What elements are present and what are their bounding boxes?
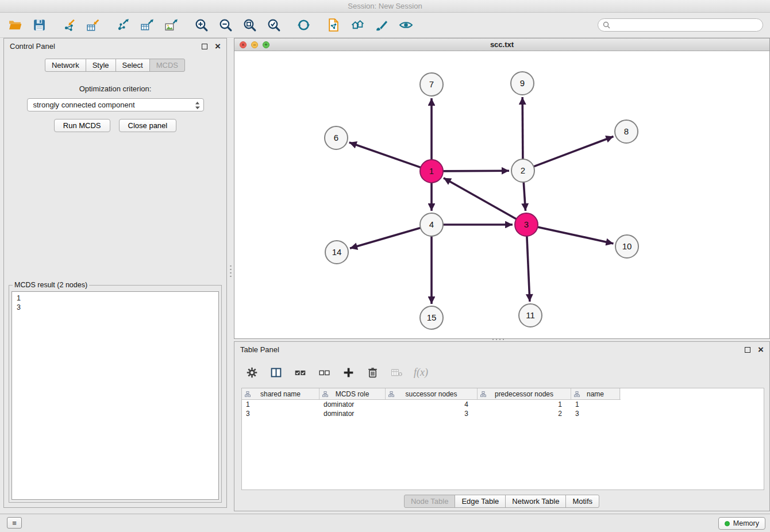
open-session-button[interactable]: [7, 17, 23, 33]
graph-edge-2-3[interactable]: [523, 181, 525, 211]
zoom-selected-button[interactable]: [265, 17, 282, 33]
import-table-button[interactable]: [85, 17, 101, 33]
close-panel-icon[interactable]: ×: [215, 43, 221, 51]
network-document-button[interactable]: [325, 17, 341, 33]
zoom-out-button[interactable]: [217, 17, 233, 33]
memory-button[interactable]: Memory: [718, 517, 765, 530]
tab-network[interactable]: Network: [45, 59, 86, 72]
graph-node-label: 1: [429, 166, 434, 176]
add-column-button[interactable]: [341, 365, 355, 379]
node-table-body: 1dominator4113dominator323: [242, 400, 764, 418]
table-cell[interactable]: 3: [242, 410, 319, 418]
network-window: × − + scc.txt 7968124314101511: [234, 38, 770, 339]
paint-style-button[interactable]: [374, 17, 390, 33]
tab-node-table[interactable]: Node Table: [404, 495, 456, 508]
import-network-button[interactable]: [61, 17, 77, 33]
refresh-button[interactable]: [295, 17, 311, 33]
graph-node-15[interactable]: 15: [420, 306, 443, 329]
export-image-button[interactable]: [163, 17, 179, 33]
show-hide-button[interactable]: [398, 17, 414, 33]
graph-node-label: 10: [622, 241, 632, 251]
table-row[interactable]: 1dominator411: [242, 400, 764, 409]
global-search-field[interactable]: [598, 18, 763, 32]
table-cell[interactable]: 1: [242, 400, 319, 408]
tab-style[interactable]: Style: [86, 59, 116, 72]
run-mcds-button[interactable]: Run MCDS: [54, 119, 110, 132]
tab-select[interactable]: Select: [116, 59, 150, 72]
save-session-button[interactable]: [31, 17, 47, 33]
graph-edge-1-2[interactable]: [442, 171, 509, 171]
criterion-dropdown[interactable]: strongly connected component: [27, 98, 204, 111]
graph-edge-2-8[interactable]: [533, 137, 614, 167]
zoom-fit-button[interactable]: [241, 17, 257, 33]
table-row[interactable]: 3dominator323: [242, 409, 764, 418]
tab-motifs[interactable]: Motifs: [565, 495, 599, 508]
new-network-button[interactable]: [115, 17, 131, 33]
tab-mcds[interactable]: MCDS: [149, 59, 185, 72]
delete-column-button[interactable]: [365, 365, 379, 379]
graph-edge-3-1[interactable]: [444, 178, 517, 219]
delete-table-icon: [391, 367, 403, 379]
tab-network-table[interactable]: Network Table: [505, 495, 566, 508]
graph-node-4[interactable]: 4: [420, 213, 443, 236]
select-all-button[interactable]: [293, 365, 307, 379]
table-cell[interactable]: 3: [386, 410, 478, 418]
delete-table-button[interactable]: [390, 365, 403, 379]
tab-edge-table[interactable]: Edge Table: [455, 495, 506, 508]
float-table-panel-icon[interactable]: [745, 347, 750, 353]
graph-edge-4-14[interactable]: [350, 228, 422, 248]
zoom-in-button[interactable]: [193, 17, 209, 33]
column-header-name[interactable]: name: [571, 388, 620, 399]
column-header-successor-nodes[interactable]: successor nodes: [386, 388, 478, 399]
deselect-all-button[interactable]: [317, 365, 331, 379]
graph-edge-1-6[interactable]: [349, 142, 422, 168]
table-cell[interactable]: 1: [478, 400, 571, 408]
graph-node-1[interactable]: 1: [420, 160, 443, 183]
graph-edge-3-10[interactable]: [537, 227, 614, 244]
horizontal-splitter-handle[interactable]: [491, 338, 506, 341]
table-panel-header: Table Panel ×: [234, 342, 769, 357]
mcds-result-item[interactable]: 1: [17, 294, 214, 303]
zoom-window-icon[interactable]: +: [263, 41, 270, 48]
float-panel-icon[interactable]: [202, 44, 207, 49]
close-panel-button[interactable]: Close panel: [119, 119, 177, 132]
mcds-result-list[interactable]: 13: [11, 291, 219, 500]
mcds-result-item[interactable]: 3: [17, 303, 214, 312]
table-cell[interactable]: 3: [571, 410, 620, 418]
function-builder-button[interactable]: f(x): [414, 365, 428, 379]
graph-node-7[interactable]: 7: [420, 73, 443, 96]
table-cell[interactable]: dominator: [319, 400, 386, 408]
graph-node-6[interactable]: 6: [325, 126, 348, 149]
table-cell[interactable]: 2: [478, 410, 571, 418]
graph-edge-3-11[interactable]: [527, 235, 530, 302]
graph-node-14[interactable]: 14: [325, 241, 348, 264]
network-canvas[interactable]: 7968124314101511: [234, 51, 769, 338]
graph-node-9[interactable]: 9: [511, 72, 534, 95]
table-cell[interactable]: 4: [386, 400, 478, 408]
table-cell[interactable]: 1: [571, 400, 620, 408]
show-columns-button[interactable]: [269, 365, 283, 379]
graph-node-2[interactable]: 2: [511, 159, 534, 182]
minimize-window-icon[interactable]: −: [251, 41, 258, 48]
column-header-shared-name[interactable]: shared name: [242, 388, 319, 399]
home-button[interactable]: [349, 17, 365, 33]
export-table-button[interactable]: [139, 17, 155, 33]
graph-node-10[interactable]: 10: [615, 235, 638, 258]
column-header-MCDS-role[interactable]: MCDS role: [319, 388, 386, 399]
search-input[interactable]: [614, 21, 758, 29]
table-settings-button[interactable]: [245, 365, 259, 379]
graph-node-8[interactable]: 8: [615, 120, 638, 143]
show-panel-button[interactable]: ≡: [7, 517, 22, 529]
table-cell[interactable]: dominator: [319, 410, 386, 418]
graph-node-3[interactable]: 3: [515, 213, 538, 236]
graph-node-11[interactable]: 11: [519, 304, 542, 327]
network-canvas-svg[interactable]: 7968124314101511: [234, 51, 769, 338]
column-header-predecessor-nodes[interactable]: predecessor nodes: [478, 388, 571, 399]
graph-edge-2-9[interactable]: [522, 97, 523, 160]
vertical-splitter-handle[interactable]: [229, 264, 232, 279]
close-window-icon[interactable]: ×: [240, 41, 247, 48]
search-icon: [603, 21, 610, 29]
traffic-lights: × − +: [240, 41, 270, 48]
close-table-panel-icon[interactable]: ×: [758, 346, 764, 354]
network-window-titlebar[interactable]: × − + scc.txt: [234, 38, 769, 51]
